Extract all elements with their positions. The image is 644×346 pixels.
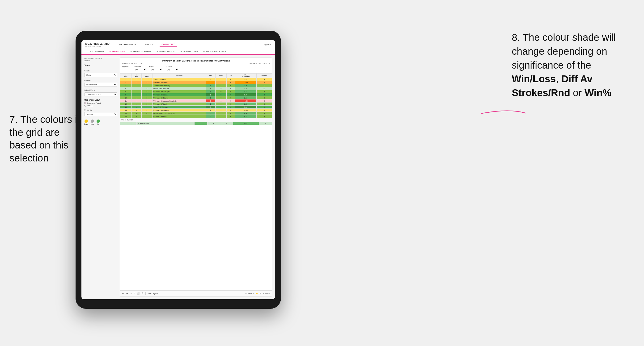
redo-icon[interactable]: ↪ [126,292,128,295]
table-row: 13 - 1 Texas Tech University 3 0 0 5.56 … [120,106,272,109]
data-table: #Rank #Reg #Conf Opponent Win Loss Tie D… [120,73,272,290]
tab-player-summary[interactable]: PLAYER SUMMARY [154,49,177,54]
cell-reg: - [132,109,142,112]
colour-by-section: Colour by Win/loss [84,109,117,116]
cell-rounds: 3 [256,99,272,103]
grid-header: University of North Carolina Head-to-Hea… [120,58,272,73]
col-rank: #Rank [120,74,132,78]
top-100-option[interactable]: Top 100 [84,105,117,107]
cell-diff: 2.33 [235,103,256,106]
cell-rounds: 3 [256,103,272,106]
paste-icon[interactable]: ⬜ [137,292,140,295]
cell-conf: 7 [142,115,152,118]
cell-diff: 1.67 [235,78,256,81]
eye-icon: 👁 [245,293,247,294]
school-select[interactable]: 1. University of Nort... [84,92,117,96]
out-win: 1 [194,122,208,125]
annotation-right-prefix: 8. The colour shade will change dependin… [512,32,616,71]
cell-opponent: Arizona State University [152,84,206,87]
cell-tie: 0 [227,81,235,84]
cell-opponent: University of Florida [152,115,206,118]
thumbs-button[interactable]: 👍 [256,293,258,294]
nav-tournaments[interactable]: TOURNAMENTS [117,42,138,47]
opponent-label: Opponent [165,65,179,67]
cell-tie: 0 [227,115,235,118]
cell-conf: 2 [142,90,152,93]
opponent-view-section: Opponent View Opponents Played Top 100 [84,99,117,107]
sign-out-button[interactable]: Sign out [261,43,271,46]
colour-down: Down [84,120,88,125]
colour-up: Up [96,120,100,125]
cell-win: 3 [206,96,215,99]
gender-select[interactable]: Men's [84,73,117,77]
cell-loss: 0 [215,103,226,106]
team-label: Team [84,64,117,66]
opponent-select[interactable]: (All) [165,68,179,71]
undo-icon[interactable]: ↩ [122,292,124,295]
filter-row: Opponents: Conference (All) Region (All) [122,65,270,71]
cell-loss: 1 [215,109,226,112]
history-icon[interactable]: ↻ [130,292,132,295]
watch-button[interactable]: 👁 Watch ▾ [245,293,254,294]
cell-rank: 10 [120,96,132,99]
colour-level: Level [91,120,94,125]
share-button[interactable]: ↗ Share [263,293,270,294]
tab-team-summary[interactable]: TEAM SUMMARY [85,49,106,54]
cell-opponent: Georgia Institute of Technology [152,112,206,115]
tab-player-h2h-heatmap[interactable]: PLAYER H2H HEATMAP [201,49,228,54]
cell-rounds: 17 [256,84,272,87]
cell-diff: 2.28 [235,84,256,87]
cell-loss: 0 [215,106,226,109]
cell-opponent: Texas Tech University [152,106,206,109]
tab-player-h2h-grid[interactable]: PLAYER H2H GRID [178,49,200,54]
col-opponent: Opponent [152,74,206,78]
col-diff: Diff AvStrokes/Rnd [235,74,256,78]
cell-rank: 11 [120,99,132,103]
cell-diff: 3.67 [235,90,256,93]
cell-tie: 0 [227,84,235,87]
cell-diff: -2.29 [235,81,256,84]
layout-button[interactable]: ⊞ [260,293,261,294]
cell-opponent: Vanderbilt University [152,81,206,84]
grid-panel: University of North Carolina Head-to-Hea… [120,57,272,297]
cell-conf: 6 [142,99,152,103]
region-select[interactable]: (All) [149,68,163,71]
cell-rank: 2 [120,78,132,81]
cell-diff: 4.50 [235,112,256,115]
cell-rounds: 8 [256,96,272,99]
nav-teams[interactable]: TEAMS [143,42,155,47]
cell-rounds: 2 [256,93,272,96]
out-diff: 26.00 [233,122,259,125]
cell-conf: 1 [142,106,152,109]
cell-conf: 5 [142,96,152,99]
cell-loss: 1 [215,84,226,87]
top-100-label: Top 100 [87,105,93,107]
cell-reg: - [132,99,142,103]
top-100-radio[interactable] [84,105,86,107]
ipad-screen: SCOREBOARD Powered by clippd TOURNAMENTS… [82,40,275,299]
tab-team-h2h-grid[interactable]: TEAM H2H GRID [107,49,128,55]
cell-reg: - [132,90,142,93]
opponent-view-radio-group: Opponents Played Top 100 [84,102,117,107]
table-row: 11 - 6 University of Arkansas, Fayettevi… [120,99,272,103]
cell-reg: - [132,81,142,84]
clock-icon[interactable]: ⏱ [142,292,144,295]
cell-win: 3 [206,115,215,118]
opponents-played-radio[interactable] [84,102,86,104]
opponents-played-option[interactable]: Opponents Played [84,102,117,104]
cell-win: 1 [206,103,215,106]
nav-committee[interactable]: COMMITTEE [160,42,177,47]
cell-conf: 1 [142,84,152,87]
logo-title: SCOREBOARD [85,42,110,45]
cell-opponent: University of Arizona [152,93,206,96]
cell-loss: 0 [215,90,226,93]
cell-tie: 0 [227,78,235,81]
region-filter: Region (All) [149,65,163,71]
gender-label: Gender [84,70,117,72]
tab-team-h2h-heatmap[interactable]: TEAM H2H HEATMAP [128,49,153,54]
conference-select[interactable]: (All) [133,68,147,71]
division-select[interactable]: NCAA Division I [84,83,117,87]
copy-icon[interactable]: ⧉ [134,292,135,295]
cell-loss: 1 [215,115,226,118]
colour-by-select[interactable]: Win/loss [84,112,117,116]
